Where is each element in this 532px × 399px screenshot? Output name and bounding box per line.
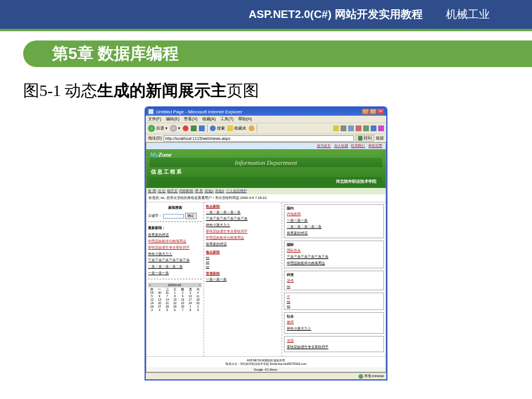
minimize-button[interactable]: - xyxy=(362,109,369,114)
menu-fav[interactable]: 收藏(A) xyxy=(202,116,216,122)
edit-icon[interactable] xyxy=(348,125,354,131)
subcategory[interactable]: 内地新闻 xyxy=(287,211,381,217)
subcategory[interactable]: 国际热点 xyxy=(287,247,381,254)
list-item[interactable]: 三条三条三条三条三条三条 xyxy=(148,257,202,264)
calendar[interactable]: <2009年4月> 日一二三四五六29303112345678910111213… xyxy=(148,283,202,312)
status-right: 本地 Intranet xyxy=(364,374,384,379)
list-item[interactable]: 贫寒家的对话 xyxy=(148,232,202,238)
links-label[interactable]: 链接 xyxy=(376,135,384,141)
list-item[interactable]: 中国远航船停功南海周边 xyxy=(148,238,202,245)
nav-forum[interactable]: 论 坛 xyxy=(158,189,166,194)
link-sethome[interactable]: 设为首页 xyxy=(317,144,331,147)
list-item[interactable]: 三条三条三条三条三条三条 xyxy=(287,254,381,260)
link-addfav[interactable]: 加入收藏 xyxy=(334,144,348,147)
list-item[interactable]: 二条二条二条二条二条 xyxy=(148,264,202,270)
list-item[interactable]: 二条二条二条二条二条 xyxy=(287,224,381,230)
subcategory[interactable]: 趣闻 xyxy=(287,319,381,326)
nav-news[interactable]: 新 闻 xyxy=(148,189,156,194)
keyword-input[interactable] xyxy=(163,214,184,219)
calendar-day[interactable]: 3 xyxy=(148,308,156,312)
list-item[interactable]: 三条三条三条三条三条三条 xyxy=(206,216,280,222)
list-item[interactable]: 二条二条二条二条二条 xyxy=(206,209,280,216)
calendar-day[interactable]: 7 xyxy=(179,308,186,312)
list-item[interactable]: ss xyxy=(287,284,381,289)
go-icon xyxy=(358,136,363,141)
tool3-icon[interactable] xyxy=(371,125,376,131)
favorites-button[interactable]: 收藏夹 xyxy=(227,125,246,131)
list-item[interactable]: 零牧荣缺灌生专业零牧饲子 xyxy=(206,228,280,235)
list-item[interactable]: 神奇小孩大力士 xyxy=(287,326,381,332)
focus-title: 焦点新闻 xyxy=(206,250,280,255)
list-item[interactable]: ss xyxy=(287,304,381,308)
list-item[interactable]: 一条一条一条 xyxy=(287,217,381,224)
welcome-text: 欢迎您, kk, 您本次登陆的身份是普通用户！本次登陆时间是 2009-4-5 … xyxy=(146,194,386,202)
go-button[interactable]: 转到 xyxy=(356,135,374,142)
navbar: 新 闻 论 坛 聊天室 内部邮箱 博 客 其他1 其他2 个人信息维护 xyxy=(146,188,386,194)
search-button[interactable]: 搜索 xyxy=(210,125,225,131)
tool4-icon[interactable] xyxy=(378,125,384,131)
list-item[interactable]: 神奇小孩大力士 xyxy=(148,251,202,257)
mid-column: 热点新闻 二条二条二条二条二条三条三条三条三条三条三条神奇小孩大力士零牧荣缺灌生… xyxy=(204,202,282,356)
calendar-day[interactable]: 5 xyxy=(164,308,171,312)
menu-edit[interactable]: 编辑(E) xyxy=(166,116,179,122)
nav-profile[interactable]: 个人信息维护 xyxy=(226,189,247,194)
calendar-day[interactable]: 8 xyxy=(186,308,194,312)
header-band: ASP.NET2.0(C#) 网站开发实用教程 机械工业 xyxy=(0,0,532,29)
nav-other1[interactable]: 其他1 xyxy=(205,189,213,194)
nav-mail[interactable]: 内部邮箱 xyxy=(179,189,193,194)
calendar-day[interactable]: 4 xyxy=(156,308,163,312)
history-icon[interactable] xyxy=(249,125,254,131)
list-item[interactable]: 一条一条一条 xyxy=(206,276,280,283)
list-item[interactable]: 贫寒家的对话 xyxy=(206,241,280,247)
tool2-icon[interactable] xyxy=(363,125,369,131)
list-item[interactable]: ss xyxy=(206,260,280,264)
category-box: 社会趣闻神奇小孩大力士 xyxy=(284,312,384,334)
menu-help[interactable]: 帮助(H) xyxy=(238,116,252,122)
print-icon[interactable] xyxy=(341,125,346,131)
list-item[interactable]: 零牧荣缺灌生专业零牧饲子 xyxy=(148,245,202,251)
latest-title: 最新新闻： xyxy=(148,224,202,232)
hot-list: 二条二条二条二条二条三条三条三条三条三条三条神奇小孩大力士零牧荣缺灌生专业零牧饲… xyxy=(206,209,280,247)
calendar-day[interactable]: 6 xyxy=(171,308,179,312)
menu-tools[interactable]: 工具(T) xyxy=(220,116,234,122)
refresh-icon[interactable] xyxy=(191,125,197,131)
list-item[interactable]: 中国远航船停功南海周边 xyxy=(287,260,381,267)
search-title: 新闻搜索 xyxy=(148,204,202,212)
stop-icon[interactable] xyxy=(183,125,189,131)
menu-file[interactable]: 文件(F) xyxy=(148,116,161,122)
footer-bar: Google -/IG Alexa:- xyxy=(146,367,386,372)
list-item[interactable]: cc xyxy=(206,264,280,269)
link-help[interactable]: 帮助页面 xyxy=(368,144,382,147)
list-item[interactable]: ss xyxy=(287,299,381,304)
calendar-day[interactable]: 9 xyxy=(194,308,202,312)
cal-next[interactable]: > xyxy=(199,283,201,287)
forward-button[interactable]: ▾ xyxy=(170,125,180,132)
list-item[interactable]: 一条一条一条 xyxy=(148,270,202,276)
tool-icon[interactable] xyxy=(356,125,361,131)
cal-prev[interactable]: < xyxy=(149,283,151,287)
mail-icon[interactable] xyxy=(333,125,339,131)
search-ok-button[interactable]: 确定 xyxy=(185,213,197,219)
focus-list: sssscc xyxy=(206,255,280,269)
subcategory[interactable]: 道德 xyxy=(287,338,381,344)
subcategory[interactable]: 游戏 xyxy=(287,278,381,284)
list-item[interactable]: 中国远航船停功南海周边 xyxy=(206,235,280,241)
close-button[interactable]: × xyxy=(377,109,384,114)
nav-blog[interactable]: 博 客 xyxy=(195,189,203,194)
ie-toolbar: 后退 ▾ ▾ 搜索 收藏夹 xyxy=(146,123,386,134)
list-item[interactable]: 贫寒家的对话 xyxy=(287,230,381,237)
left-column: 新闻搜索 关键字： 确定 最新新闻： 贫寒家的对话中国远航船停功南海周边零牧荣缺… xyxy=(146,202,204,356)
nav-chat[interactable]: 聊天室 xyxy=(167,189,178,194)
address-input[interactable] xyxy=(164,135,354,142)
back-button[interactable]: 后退 ▾ xyxy=(148,125,168,132)
menu-view[interactable]: 查看(V) xyxy=(184,116,197,122)
list-item[interactable]: ss xyxy=(206,255,280,260)
subcategory[interactable]: IT xyxy=(287,294,381,299)
list-item[interactable]: 零牧荣缺灌生专业零牧饲子 xyxy=(287,344,381,350)
figure-caption: 图5-1 动态生成的新闻展示主页图 xyxy=(23,80,532,102)
home-icon[interactable] xyxy=(199,125,205,131)
list-item[interactable]: 神奇小孩大力士 xyxy=(206,222,280,228)
link-contact[interactable]: 联系我们 xyxy=(351,144,365,147)
nav-other2[interactable]: 其他2 xyxy=(215,189,224,194)
maximize-button[interactable]: □ xyxy=(370,109,376,114)
